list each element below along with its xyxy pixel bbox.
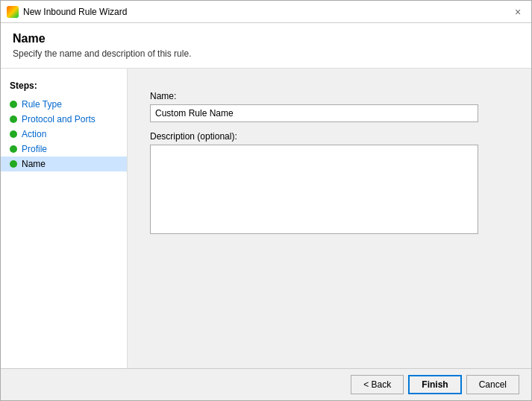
form-panel: Name: Description (optional):	[128, 69, 531, 368]
back-button[interactable]: < Back	[351, 375, 404, 394]
name-label: Name:	[150, 91, 509, 101]
titlebar-left: New Inbound Rule Wizard	[7, 6, 127, 18]
sidebar-label-profile: Profile	[22, 144, 47, 154]
sidebar-item-name[interactable]: Name	[1, 157, 127, 171]
step-indicator-protocol-ports	[10, 116, 17, 123]
step-indicator-rule-type	[10, 101, 17, 108]
steps-heading: Steps:	[1, 78, 127, 97]
sidebar-item-profile[interactable]: Profile	[1, 142, 127, 157]
sidebar-label-action: Action	[22, 129, 46, 139]
sidebar-item-action[interactable]: Action	[1, 127, 127, 142]
sidebar-label-protocol-ports: Protocol and Ports	[22, 114, 96, 124]
name-field-group: Name:	[150, 91, 509, 122]
cancel-button[interactable]: Cancel	[466, 375, 519, 394]
page-title: Name	[13, 32, 519, 45]
step-indicator-profile	[10, 145, 17, 153]
finish-button[interactable]: Finish	[408, 375, 461, 394]
description-label: Description (optional):	[150, 131, 509, 142]
sidebar-item-protocol-ports[interactable]: Protocol and Ports	[1, 112, 127, 127]
header: Name Specify the name and description of…	[1, 23, 531, 69]
description-textarea[interactable]	[150, 145, 478, 234]
titlebar: New Inbound Rule Wizard ×	[1, 1, 531, 23]
content-area: Name Specify the name and description of…	[1, 23, 531, 368]
sidebar-label-name: Name	[22, 159, 46, 169]
step-indicator-name	[10, 160, 17, 168]
description-field-group: Description (optional):	[150, 131, 509, 234]
app-icon	[7, 6, 19, 18]
window-title: New Inbound Rule Wizard	[23, 7, 127, 17]
sidebar: Steps: Rule Type Protocol and Ports Acti…	[1, 69, 128, 368]
name-input[interactable]	[150, 104, 478, 122]
step-indicator-action	[10, 130, 17, 138]
sidebar-item-rule-type[interactable]: Rule Type	[1, 97, 127, 112]
main-area: Steps: Rule Type Protocol and Ports Acti…	[1, 69, 531, 368]
wizard-window: New Inbound Rule Wizard × Name Specify t…	[0, 0, 532, 401]
sidebar-label-rule-type: Rule Type	[22, 99, 62, 110]
close-button[interactable]: ×	[510, 4, 525, 19]
footer: < Back Finish Cancel	[1, 368, 531, 400]
page-subtitle: Specify the name and description of this…	[13, 48, 519, 59]
